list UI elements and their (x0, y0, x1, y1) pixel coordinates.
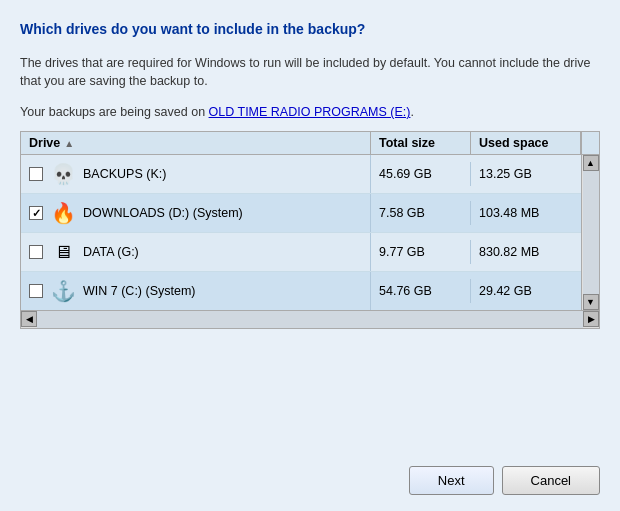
scroll-up-button[interactable]: ▲ (583, 155, 599, 171)
table-row: 💀 BACKUPS (K:) 45.69 GB 13.25 GB (21, 155, 581, 194)
size-backups: 45.69 GB (371, 162, 471, 186)
drive-cell-backups: 💀 BACKUPS (K:) (21, 155, 371, 193)
table-body-with-scroll: 💀 BACKUPS (K:) 45.69 GB 13.25 GB 🔥 DOWNL… (21, 155, 599, 310)
drive-cell-data: 🖥 DATA (G:) (21, 233, 371, 271)
drive-cell-win7: ⚓ WIN 7 (C:) (System) (21, 272, 371, 310)
drive-cell-downloads: 🔥 DOWNLOADS (D:) (System) (21, 194, 371, 232)
drive-name-backups: BACKUPS (K:) (83, 167, 166, 181)
downloads-icon: 🔥 (49, 199, 77, 227)
checkbox-downloads[interactable] (29, 206, 43, 220)
next-button[interactable]: Next (409, 466, 494, 495)
size-win7: 54.76 GB (371, 279, 471, 303)
dialog-title: Which drives do you want to include in t… (20, 20, 600, 40)
checkbox-backups[interactable] (29, 167, 43, 181)
save-note-drive: OLD TIME RADIO PROGRAMS (E:) (209, 105, 411, 119)
horizontal-scrollbar[interactable]: ◀ ▶ (21, 310, 599, 328)
col-total-size-label: Total size (379, 136, 435, 150)
button-row: Next Cancel (20, 466, 600, 495)
col-total-size: Total size (371, 132, 471, 154)
win7-icon: ⚓ (49, 277, 77, 305)
vertical-scrollbar[interactable]: ▲ ▼ (581, 155, 599, 310)
used-backups: 13.25 GB (471, 162, 581, 186)
table-row: ⚓ WIN 7 (C:) (System) 54.76 GB 29.42 GB (21, 272, 581, 310)
table-rows-container: 💀 BACKUPS (K:) 45.69 GB 13.25 GB 🔥 DOWNL… (21, 155, 581, 310)
drive-name-data: DATA (G:) (83, 245, 139, 259)
used-data: 830.82 MB (471, 240, 581, 264)
dialog-description: The drives that are required for Windows… (20, 54, 600, 92)
cancel-button[interactable]: Cancel (502, 466, 600, 495)
horiz-scroll-track (37, 311, 583, 328)
checkbox-data[interactable] (29, 245, 43, 259)
used-downloads: 103.48 MB (471, 201, 581, 225)
table-header: Drive ▲ Total size Used space (21, 132, 599, 155)
used-win7: 29.42 GB (471, 279, 581, 303)
drive-name-downloads: DOWNLOADS (D:) (System) (83, 206, 243, 220)
spacer (20, 329, 600, 450)
col-drive: Drive ▲ (21, 132, 371, 154)
scroll-track (583, 171, 599, 294)
scrollbar-header (581, 132, 599, 154)
backup-drives-dialog: Which drives do you want to include in t… (0, 0, 620, 511)
table-row: 🖥 DATA (G:) 9.77 GB 830.82 MB (21, 233, 581, 272)
drive-name-win7: WIN 7 (C:) (System) (83, 284, 196, 298)
table-row: 🔥 DOWNLOADS (D:) (System) 7.58 GB 103.48… (21, 194, 581, 233)
sort-arrow-icon: ▲ (64, 138, 74, 149)
drives-table: Drive ▲ Total size Used space 💀 BACKUPS … (20, 131, 600, 329)
size-downloads: 7.58 GB (371, 201, 471, 225)
size-data: 9.77 GB (371, 240, 471, 264)
col-used-space: Used space (471, 132, 581, 154)
scroll-right-button[interactable]: ▶ (583, 311, 599, 327)
col-used-space-label: Used space (479, 136, 548, 150)
save-note: Your backups are being saved on OLD TIME… (20, 105, 600, 119)
save-note-suffix: . (410, 105, 413, 119)
scroll-left-button[interactable]: ◀ (21, 311, 37, 327)
checkbox-win7[interactable] (29, 284, 43, 298)
save-note-prefix: Your backups are being saved on (20, 105, 209, 119)
data-icon: 🖥 (49, 238, 77, 266)
col-drive-label: Drive (29, 136, 60, 150)
scroll-down-button[interactable]: ▼ (583, 294, 599, 310)
backups-icon: 💀 (49, 160, 77, 188)
